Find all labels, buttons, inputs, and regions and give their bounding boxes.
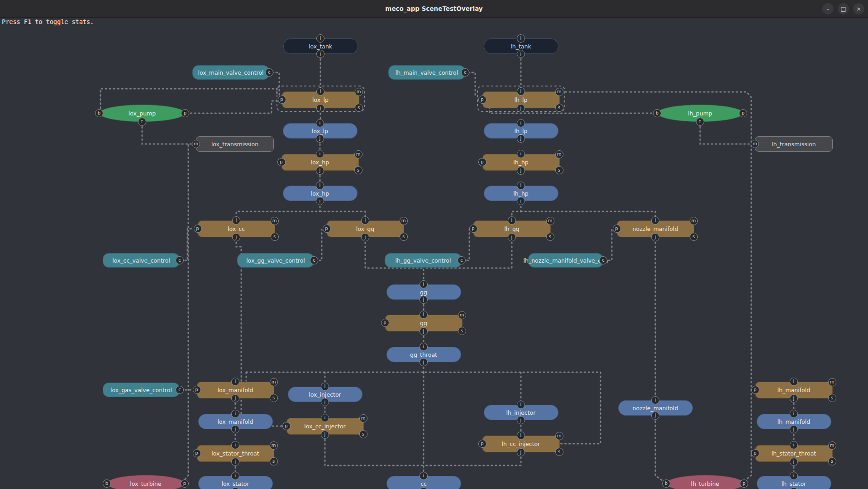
port-j[interactable]: j — [420, 327, 428, 336]
port-t[interactable]: t — [696, 118, 704, 126]
node-lh_main_valve_control[interactable]: lh_main_valve_controlc — [388, 65, 465, 80]
port-i[interactable]: i — [316, 87, 324, 96]
port-j[interactable]: j — [517, 448, 525, 456]
port-s[interactable]: s — [355, 104, 363, 112]
node-lh_manifold_vol[interactable]: lh_manifoldij — [757, 414, 831, 429]
port-p[interactable]: p — [323, 225, 331, 233]
port-i[interactable]: i — [316, 182, 324, 190]
port-j[interactable]: j — [420, 358, 428, 366]
port-s[interactable]: s — [359, 430, 367, 438]
port-j[interactable]: j — [231, 425, 239, 433]
port-i[interactable]: i — [517, 431, 525, 440]
port-j[interactable]: j — [508, 233, 516, 241]
port-i[interactable]: i — [321, 414, 329, 422]
node-lox_stator[interactable]: lox_statorij — [198, 476, 273, 489]
port-j[interactable]: j — [231, 487, 239, 489]
port-j[interactable]: j — [420, 487, 428, 489]
port-s[interactable]: s — [270, 457, 278, 465]
port-i[interactable]: i — [790, 472, 798, 480]
port-j[interactable]: j — [517, 416, 525, 424]
port-p[interactable]: p — [193, 449, 201, 457]
node-lh_gg[interactable]: lh_ggpimjs — [473, 221, 551, 237]
port-i[interactable]: i — [517, 34, 525, 43]
node-lh_nozzle_manifold_valve_control[interactable]: lh_nozzle_manifold_valve_conc — [528, 253, 603, 268]
port-s[interactable]: s — [270, 394, 278, 402]
port-p[interactable]: p — [181, 109, 189, 117]
port-j[interactable]: j — [232, 233, 240, 241]
port-m[interactable]: m — [751, 140, 759, 148]
node-lh_stator_throat[interactable]: lh_stator_throatpimjs — [755, 445, 833, 462]
node-lox_stator_throat[interactable]: lox_stator_throatpimjs — [197, 445, 274, 462]
port-c[interactable]: c — [310, 256, 318, 264]
port-j[interactable]: j — [651, 412, 659, 420]
port-b[interactable]: b — [662, 479, 670, 488]
node-lox_gg[interactable]: lox_ggpimjs — [327, 221, 404, 237]
node-lh_gg_valve_control[interactable]: lh_gg_valve_controlc — [385, 253, 462, 268]
port-i[interactable]: i — [790, 441, 798, 449]
port-i[interactable]: i — [232, 216, 240, 225]
port-j[interactable]: j — [517, 104, 525, 112]
port-m[interactable]: m — [400, 217, 408, 225]
node-lh_transmission[interactable]: lh_transmissionm — [755, 136, 833, 152]
port-j[interactable]: j — [517, 167, 525, 175]
port-j[interactable]: j — [420, 296, 428, 304]
node-lh_injector[interactable]: lh_injectorij — [484, 405, 558, 420]
port-j[interactable]: j — [316, 50, 324, 58]
port-i[interactable]: i — [517, 119, 525, 127]
port-i[interactable]: i — [420, 280, 428, 288]
port-s[interactable]: s — [458, 327, 466, 335]
maximize-icon[interactable]: □ — [838, 3, 849, 14]
port-p[interactable]: p — [751, 449, 759, 457]
port-i[interactable]: i — [651, 396, 659, 404]
port-j[interactable]: j — [517, 50, 525, 58]
node-lox_turbine[interactable]: lox_turbinebp — [107, 475, 185, 489]
port-m[interactable]: m — [355, 88, 363, 96]
port-p[interactable]: p — [613, 225, 621, 233]
port-m[interactable]: m — [555, 150, 563, 158]
node-gg_comp[interactable]: ggpimjs — [385, 315, 463, 331]
port-s[interactable]: s — [555, 104, 563, 112]
port-i[interactable]: i — [231, 378, 239, 386]
port-s[interactable]: s — [354, 166, 362, 174]
node-lh_hp_pump[interactable]: lh_hppimjs — [482, 154, 560, 171]
node-lh_pump[interactable]: lh_pumpbpt — [657, 105, 743, 122]
port-p[interactable]: p — [478, 158, 486, 166]
port-s[interactable]: s — [828, 457, 836, 465]
port-m[interactable]: m — [271, 217, 279, 225]
port-i[interactable]: i — [231, 410, 239, 418]
port-i[interactable]: i — [316, 34, 324, 43]
node-lox_gas_valve_control[interactable]: lox_gas_valve_controlc — [103, 383, 180, 397]
port-m[interactable]: m — [270, 378, 278, 386]
port-j[interactable]: j — [790, 458, 798, 466]
port-p[interactable]: p — [739, 109, 747, 117]
node-lox_cc_valve_control[interactable]: lox_cc_valve_controlc — [103, 253, 180, 268]
node-lox_main_valve_control[interactable]: lox_main_valve_controlc — [192, 65, 269, 80]
node-lox_transmission[interactable]: lox_transmissionm — [196, 136, 274, 152]
node-lox_lp_vol[interactable]: lox_lpij — [283, 123, 358, 139]
graph-canvas[interactable]: Press F1 to toggle stats. lox_tankijlh_t… — [0, 17, 868, 489]
port-j[interactable]: j — [316, 134, 324, 143]
port-m[interactable]: m — [555, 88, 563, 96]
node-lox_hp_pump[interactable]: lox_hppimjs — [281, 154, 359, 171]
port-m[interactable]: m — [828, 441, 836, 450]
port-j[interactable]: j — [790, 394, 798, 403]
port-j[interactable]: j — [790, 487, 798, 489]
port-i[interactable]: i — [508, 216, 516, 225]
port-c[interactable]: c — [599, 256, 607, 264]
node-lh_cc_injector[interactable]: lh_cc_injectorpimjs — [482, 436, 560, 452]
node-nozzle_manifold_comp[interactable]: nozzle_manifoldpimjs — [617, 221, 694, 237]
port-c[interactable]: c — [265, 68, 273, 77]
node-lox_manifold_comp[interactable]: lox_manifoldpimjs — [197, 382, 274, 398]
node-lh_stator[interactable]: lh_statorij — [757, 476, 831, 489]
port-i[interactable]: i — [517, 150, 525, 158]
port-m[interactable]: m — [354, 150, 362, 158]
port-m[interactable]: m — [192, 140, 200, 148]
node-lh_lp_pump[interactable]: lh_lppimjs — [482, 91, 560, 108]
port-s[interactable]: s — [555, 166, 563, 174]
port-i[interactable]: i — [651, 216, 659, 225]
node-lox_injector[interactable]: lox_injectorij — [288, 387, 362, 402]
port-i[interactable]: i — [316, 119, 324, 127]
port-i[interactable]: i — [517, 401, 525, 409]
node-lox_gg_valve_control[interactable]: lox_gg_valve_controlc — [237, 253, 314, 268]
port-p[interactable]: p — [751, 386, 759, 394]
